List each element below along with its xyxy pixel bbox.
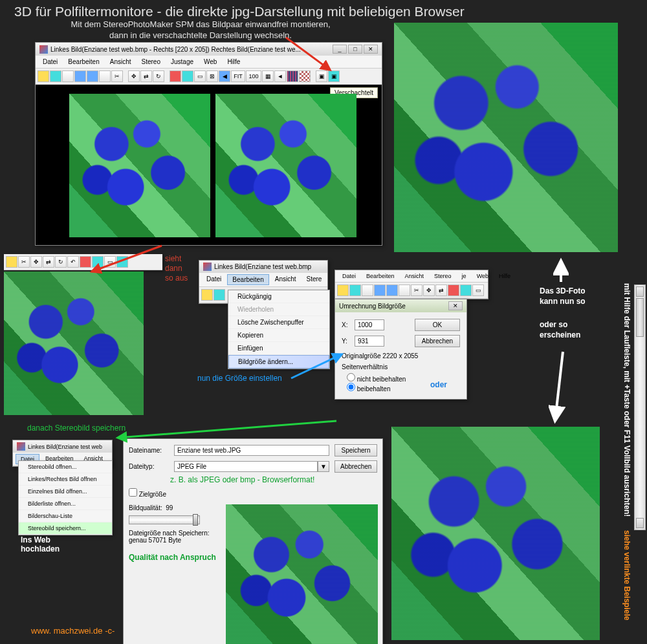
checker-icon[interactable]	[299, 70, 311, 82]
main-menubar[interactable]: Datei Bearbeiten Ansicht Stereo Justage …	[36, 56, 382, 69]
main-toolbar[interactable]: ✂ ✥ ⇄ ↻ ▭ ⊠ ◀ FIT 100 ▦ ◄ ▣ ▣	[36, 69, 382, 85]
rot-icon[interactable]: ↻	[55, 256, 67, 268]
menubar3[interactable]: Datei Bearbeiten Ansicht Stereo je Web H…	[335, 270, 488, 283]
menu-bearbeiten[interactable]: Bearbeiten	[63, 57, 104, 67]
c2-icon[interactable]	[116, 256, 128, 268]
ok-button[interactable]: OK	[415, 319, 460, 331]
tb-icon[interactable]	[99, 70, 111, 82]
tb-icon[interactable]	[460, 284, 472, 296]
menu-item[interactable]: Web	[472, 272, 493, 281]
y-input[interactable]	[355, 336, 384, 347]
tb-icon[interactable]	[201, 289, 213, 301]
move-icon[interactable]: ✥	[30, 256, 42, 268]
view-icon[interactable]: ▣	[316, 70, 327, 82]
swap-icon[interactable]: ⇄	[43, 256, 54, 268]
filetype-select[interactable]	[174, 461, 318, 472]
dual-icon[interactable]	[182, 70, 193, 82]
menu-datei[interactable]: Datei	[38, 57, 62, 67]
open2-icon[interactable]	[50, 70, 61, 82]
x-input[interactable]	[355, 319, 384, 330]
tb-icon[interactable]	[6, 256, 17, 268]
tb-icon[interactable]	[374, 284, 386, 296]
play-icon[interactable]: ◀	[219, 70, 230, 82]
menu-bearbeiten[interactable]: Bearbeiten	[227, 274, 269, 285]
datei-dropdown[interactable]: Stereobild öffnen... Linkes/Rechtes Bild…	[18, 460, 113, 535]
save-button[interactable]: Speichern	[334, 444, 377, 456]
scrollbar-thumb[interactable]	[636, 298, 644, 337]
window-titlebar[interactable]: Linkes Bild(Enziane test web.bmp - Recht…	[36, 43, 382, 56]
view2-icon[interactable]: ▣	[328, 70, 340, 82]
zoom-value[interactable]: 100	[246, 70, 261, 82]
scrollbar[interactable]	[634, 284, 646, 530]
interlaced-icon[interactable]	[287, 70, 298, 82]
single-icon[interactable]: ▭	[194, 70, 206, 82]
menu-slideshow[interactable]: Bilderschau-Liste	[19, 510, 112, 522]
crop-icon[interactable]: ✂	[18, 256, 30, 268]
undo-icon[interactable]: ↶	[67, 256, 79, 268]
tb-icon[interactable]: ⇄	[435, 284, 447, 296]
move-icon[interactable]: ✥	[128, 70, 140, 82]
tb-icon[interactable]	[337, 284, 349, 296]
menu-open-list[interactable]: Bilderliste öffnen...	[19, 498, 112, 510]
save2-icon[interactable]	[87, 70, 98, 82]
save-icon[interactable]	[74, 70, 86, 82]
window-controls[interactable]: _□✕	[333, 45, 378, 54]
menu-item[interactable]: Ansicht	[400, 272, 429, 281]
bearbeiten-dropdown[interactable]: Rückgängig Wiederholen Lösche Zwischenpu…	[228, 290, 330, 369]
fit-button[interactable]: FIT	[231, 70, 245, 82]
menu-item-paste[interactable]: Einfügen	[228, 342, 329, 355]
menu-item[interactable]: Stereo	[430, 272, 456, 281]
filename-input[interactable]	[174, 445, 329, 456]
red-icon[interactable]	[80, 256, 91, 268]
rotate-icon[interactable]: ↻	[153, 70, 164, 82]
target-size-checkbox[interactable]	[129, 488, 137, 497]
cyan-icon[interactable]	[92, 256, 104, 268]
menu-open-lr[interactable]: Linkes/Rechtes Bild öffnen	[19, 473, 112, 486]
tb-icon[interactable]: ▭	[472, 284, 484, 296]
tb-icon[interactable]: ✂	[411, 284, 422, 296]
aspect-radio-yes[interactable]	[347, 383, 355, 391]
menu-ansicht[interactable]: Ansicht	[270, 274, 301, 285]
single-icon[interactable]: ▭	[104, 256, 116, 268]
tb-icon[interactable]	[62, 70, 74, 82]
crop-icon[interactable]: ✂	[111, 70, 123, 82]
open-icon[interactable]	[38, 70, 49, 82]
menu-item[interactable]: Hilfe	[494, 272, 515, 281]
cross-icon[interactable]: ⊠	[206, 70, 218, 82]
menu-item-redo[interactable]: Wiederholen	[228, 303, 329, 316]
menu-item-clear[interactable]: Lösche Zwischenpuffer	[228, 316, 329, 329]
tb-icon[interactable]	[399, 284, 410, 296]
menu-datei[interactable]: Datei	[202, 274, 226, 285]
tb-icon[interactable]	[362, 284, 373, 296]
menu-hilfe[interactable]: Hilfe	[223, 57, 245, 67]
tb-icon[interactable]	[214, 289, 225, 301]
menu-item-undo[interactable]: Rückgängig	[228, 290, 329, 303]
menu-open-single[interactable]: Einzelnes Bild öffnen...	[19, 486, 112, 498]
menu-stereo[interactable]: Stere	[302, 274, 327, 285]
menubar2[interactable]: Datei Bearbeiten Ansicht Stere	[199, 273, 327, 287]
tb-icon[interactable]	[349, 284, 361, 296]
menu-item-copy[interactable]: Kopieren	[228, 329, 329, 342]
menu-stereo[interactable]: Stereo	[137, 57, 165, 67]
swap-icon[interactable]: ⇄	[140, 70, 152, 82]
tb-icon[interactable]	[386, 284, 398, 296]
grid-icon[interactable]: ▦	[262, 70, 274, 82]
prev-icon[interactable]: ◄	[274, 70, 286, 82]
close-icon[interactable]: ✕	[448, 301, 463, 310]
cancel-button[interactable]: Abbrechen	[415, 335, 460, 347]
cancel-button[interactable]: Abbrechen	[334, 460, 377, 473]
red-icon[interactable]	[170, 70, 181, 82]
aspect-radio-no[interactable]	[347, 373, 355, 381]
menu-item[interactable]: je	[457, 272, 471, 281]
tb-icon[interactable]: ✥	[423, 284, 435, 296]
menu-save-stereo[interactable]: Stereobild speichern...	[19, 522, 112, 535]
menu-justage[interactable]: Justage	[166, 57, 198, 67]
menu-item[interactable]: Bearbeiten	[362, 272, 399, 281]
menu-item[interactable]: Datei	[338, 272, 360, 281]
menu-ansicht[interactable]: Ansicht	[105, 57, 136, 67]
menu-item-resize[interactable]: Bildgröße ändern...	[228, 355, 329, 369]
menu-web[interactable]: Web	[199, 57, 221, 67]
menu-open-stereo[interactable]: Stereobild öffnen...	[19, 461, 112, 473]
tb-icon[interactable]	[448, 284, 459, 296]
toolbar2[interactable]: ✂ ✥ ⇄ ↻ ↶ ▭	[4, 254, 162, 270]
